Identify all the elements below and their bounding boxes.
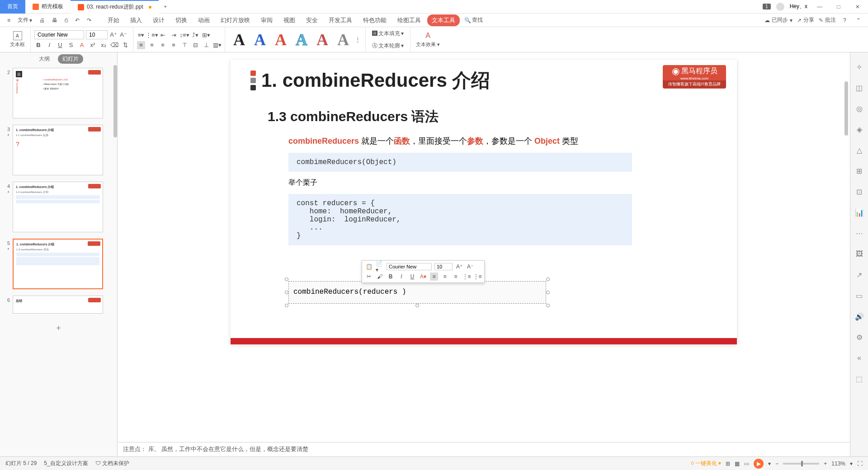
- valign-bot-icon[interactable]: ⊥: [202, 41, 210, 49]
- view-sorter-icon[interactable]: ▦: [735, 461, 740, 467]
- menu-drawingtools[interactable]: 绘图工具: [393, 14, 425, 26]
- thumb-slide-5[interactable]: 1. combineReducers 介绍 1.3 combineReducer…: [13, 239, 103, 289]
- wordart-style-2[interactable]: A: [250, 30, 270, 49]
- italic-button[interactable]: I: [45, 41, 53, 49]
- play-dropdown-icon[interactable]: ▾: [768, 461, 771, 467]
- thumb-slide-3[interactable]: 1. combineReducers 介绍 1.1 combineReducer…: [13, 125, 103, 175]
- sub-button[interactable]: x₂: [99, 41, 108, 49]
- zoom-level[interactable]: 113%: [831, 461, 845, 467]
- rp-cube-icon[interactable]: ⬚: [854, 373, 865, 384]
- wordart-style-6[interactable]: A: [333, 30, 354, 49]
- menu-transition[interactable]: 切换: [171, 14, 192, 26]
- notes-area[interactable]: 注意点： 库。 虽然，工作中不会在意它是什么，但是，概念还是要清楚: [118, 442, 850, 456]
- tab-docer[interactable]: 稻壳模板: [25, 0, 71, 14]
- redo-icon[interactable]: ↷: [84, 15, 94, 25]
- menu-start[interactable]: 开始: [103, 14, 124, 26]
- fit-icon[interactable]: ⛶: [857, 461, 863, 467]
- rp-shape-icon[interactable]: △: [854, 145, 865, 155]
- fontcolor-button[interactable]: A: [78, 41, 86, 49]
- mini-dec-font-icon[interactable]: A⁻: [466, 263, 474, 271]
- share-button[interactable]: ↗ 分享: [797, 16, 814, 24]
- mini-inc-font-icon[interactable]: A⁺: [455, 263, 463, 271]
- zoom-out-icon[interactable]: −: [775, 461, 778, 467]
- mini-paste-icon[interactable]: 📄▾: [376, 263, 384, 271]
- rp-image-icon[interactable]: 🖼: [854, 249, 865, 259]
- textbox-content[interactable]: combineReducers(reducers ): [289, 282, 546, 302]
- mini-italic-icon[interactable]: I: [397, 273, 406, 281]
- thumbnail-list[interactable]: 2 目 录 Contents • combineReducers 介绍 • Re…: [0, 65, 117, 456]
- thumb-slide-2[interactable]: 目 录 Contents • combineReducers 介绍 • Reac…: [13, 68, 103, 118]
- zoom-in-icon[interactable]: +: [824, 461, 827, 467]
- status-protect[interactable]: 🛡 文档未保护: [95, 460, 129, 467]
- slides-tab[interactable]: 幻灯片: [58, 54, 83, 64]
- rp-export-icon[interactable]: ↗: [854, 269, 865, 280]
- collapse-ribbon-icon[interactable]: ⌃: [854, 15, 863, 25]
- spacing-icon[interactable]: ⇅: [121, 41, 129, 49]
- canvas-scrollbar[interactable]: [844, 81, 848, 136]
- preview-icon[interactable]: ⎙: [62, 15, 71, 25]
- mini-underline-icon[interactable]: U: [408, 273, 416, 281]
- avatar-icon[interactable]: [776, 3, 784, 11]
- rp-style-icon[interactable]: ✧: [854, 61, 865, 72]
- outline-tab[interactable]: 大纲: [34, 54, 54, 64]
- bullets-icon[interactable]: ≡▾: [137, 31, 145, 39]
- font-select[interactable]: [34, 30, 84, 39]
- rp-sound-icon[interactable]: 🔊: [854, 311, 865, 322]
- search-button[interactable]: 🔍 查找: [462, 14, 486, 26]
- rp-chart-icon[interactable]: 📊: [854, 207, 865, 218]
- mini-numbering-icon[interactable]: ⋮≡: [473, 273, 481, 281]
- help-icon[interactable]: ?: [840, 15, 849, 25]
- status-design[interactable]: 5_自定义设计方案: [44, 460, 88, 467]
- rp-search-icon[interactable]: ◎: [854, 103, 865, 114]
- wordart-style-1[interactable]: A: [229, 30, 250, 49]
- add-slide-button[interactable]: +: [2, 319, 115, 338]
- mini-size-select[interactable]: [434, 263, 453, 270]
- valign-top-icon[interactable]: ⊤: [180, 41, 189, 49]
- menu-devtools[interactable]: 开发工具: [324, 14, 357, 26]
- sync-button[interactable]: ☁ 已同步 ▾: [764, 16, 793, 24]
- mini-align-center-icon[interactable]: ≡: [441, 273, 449, 281]
- align-justify-icon[interactable]: ≡: [170, 41, 178, 49]
- menu-features[interactable]: 特色功能: [359, 14, 391, 26]
- mini-bullets-icon[interactable]: ⋮≡: [462, 273, 471, 281]
- thumb-slide-6[interactable]: 总结: [13, 296, 103, 314]
- mini-cut-icon[interactable]: ✂: [365, 273, 373, 281]
- wordart-style-4[interactable]: A: [291, 30, 312, 49]
- canvas-scroll[interactable]: ◉ 黑马程序员 www.itheima.com 传智播客旗下高端IT教育品牌 1…: [118, 52, 850, 442]
- tab-file-active[interactable]: 03. react-redux进阶.ppt: [71, 0, 159, 14]
- mini-toolbar[interactable]: 📋 📄▾ A⁺ A⁻ ✂ 🖌 B I U A▾ ≡ ≡ ≡ ⋮≡ ⋮≡: [362, 260, 485, 283]
- mini-brush-icon[interactable]: 🖌: [376, 273, 384, 281]
- align-right-icon[interactable]: ≡: [159, 41, 167, 49]
- menu-design[interactable]: 设计: [148, 14, 169, 26]
- text-outline-button[interactable]: Ⓐ 文本轮廓 ▾: [369, 40, 406, 52]
- rp-arrow-icon[interactable]: «: [854, 352, 865, 363]
- columns-icon[interactable]: ▥▾: [213, 41, 221, 49]
- indent-dec-icon[interactable]: ⇤: [159, 31, 167, 39]
- mini-copy-icon[interactable]: 📋: [365, 263, 373, 271]
- rp-slide-icon[interactable]: ▭: [854, 290, 865, 301]
- undo-icon[interactable]: ↶: [72, 15, 82, 25]
- text-fill-button[interactable]: 🅰 文本填充 ▾: [369, 28, 406, 39]
- increase-font-icon[interactable]: A⁺: [109, 31, 118, 39]
- mini-color-icon[interactable]: A▾: [419, 273, 427, 281]
- tab-add-button[interactable]: +: [159, 4, 172, 10]
- strike-button[interactable]: S: [67, 41, 75, 49]
- size-select[interactable]: [86, 30, 108, 39]
- play-button[interactable]: ▶: [754, 459, 764, 469]
- file-menu[interactable]: 文件 ▾: [15, 14, 35, 26]
- slide[interactable]: ◉ 黑马程序员 www.itheima.com 传智播客旗下高端IT教育品牌 1…: [231, 60, 737, 344]
- close-button[interactable]: ✕: [851, 0, 864, 14]
- menu-insert[interactable]: 插入: [126, 14, 146, 26]
- wordart-style-5[interactable]: A: [312, 30, 333, 49]
- view-reading-icon[interactable]: ▭: [744, 461, 749, 467]
- align-icon[interactable]: ⊞▾: [202, 31, 210, 39]
- text-effects-button[interactable]: A 文本效果 ▾: [414, 30, 442, 49]
- save-icon[interactable]: 🖨: [37, 15, 47, 25]
- textbox-button[interactable]: A 文本框: [8, 30, 27, 49]
- mini-bold-icon[interactable]: B: [387, 273, 395, 281]
- minimize-button[interactable]: —: [813, 0, 826, 14]
- thumb-slide-4[interactable]: 1. combineReducers 介绍 1.2 combineReducer…: [13, 182, 103, 232]
- zoom-dropdown-icon[interactable]: ▾: [850, 461, 853, 467]
- selected-textbox[interactable]: combineReducers(reducers ): [288, 281, 546, 304]
- menu-animation[interactable]: 动画: [193, 14, 214, 26]
